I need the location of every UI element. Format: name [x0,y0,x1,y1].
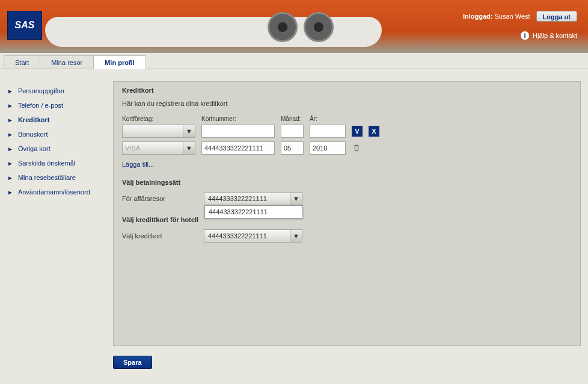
col-month: Månad: [281,116,304,122]
save-button[interactable]: Spara [113,356,152,369]
sidebar-item-bonuskort[interactable]: ►Bonuskort [5,127,101,141]
payment-method-title: Välj betalningssätt [122,179,572,186]
card-row-existing: VISA ▼ [122,141,572,155]
dropdown-option[interactable]: 4444333322221111 [205,206,302,218]
sidebar-item-label: Övriga kort [18,145,51,152]
sidebar-item-onskemal[interactable]: ►Särskilda önskemål [5,156,101,170]
sidebar-item-ovriga-kort[interactable]: ►Övriga kort [5,141,101,156]
sidebar-item-label: Särskilda önskemål [18,159,75,167]
card-column-headers: Kortföretag: Kortnummer: Månad: År: [122,116,572,122]
card-company-select[interactable]: ▼ [122,125,195,138]
card-year-readonly [310,141,346,155]
login-user: Susan West [494,13,530,20]
panel-kreditkort: Kreditkort Här kan du registrera dina kr… [113,81,581,346]
col-year: År: [310,116,346,122]
arrow-icon: ► [7,160,13,167]
profile-sidebar: ►Personuppgifter ►Telefon / e-post ►Kred… [5,81,101,369]
chevron-down-icon: ▼ [183,125,195,137]
hotel-card-title: Välj kredittkort för hotell [122,216,572,223]
arrow-icon: ► [7,131,13,138]
add-card-link[interactable]: Lägga till... [122,161,154,168]
card-year-input[interactable] [310,125,346,138]
panel-hint: Här kan du registrera dina kreditkort [122,100,572,107]
card-number-input[interactable] [201,125,275,138]
business-trip-label: För affärsresor [122,195,204,202]
help-link[interactable]: i Hjälp & kontakt [521,31,577,40]
hotel-card-select[interactable]: 4444333322221111 ▼ [204,229,302,243]
info-icon: i [521,31,529,40]
sidebar-item-label: Personuppgifter [18,87,65,94]
arrow-icon: ► [7,117,13,123]
arrow-icon: ► [7,88,13,94]
brand-logo: SAS [7,11,42,40]
sidebar-item-label: Mina resebeställare [18,174,76,181]
chevron-down-icon: ▼ [290,193,302,205]
header-banner: SAS Inloggad: Susan West Logga ut i Hjäl… [0,0,588,53]
business-card-value: 4444333322221111 [208,195,267,202]
sidebar-item-label: Användarnamn/lösenord [18,188,90,196]
tab-start[interactable]: Start [4,55,40,69]
hotel-card-label: Välj kreditkort [122,232,204,240]
sidebar-item-personuppgifter[interactable]: ►Personuppgifter [5,84,101,98]
sidebar-item-label: Bonuskort [18,131,48,138]
banner-illustration [45,0,588,53]
confirm-card-icon[interactable]: V [352,126,363,137]
sidebar-item-kreditkort[interactable]: ►Kreditkort [5,113,101,127]
arrow-icon: ► [7,175,13,181]
card-month-input[interactable] [281,125,304,138]
sidebar-item-telefon[interactable]: ►Telefon / e-post [5,98,101,113]
sidebar-item-resebestallare[interactable]: ►Mina resebeställare [5,170,101,185]
card-number-readonly [201,141,275,155]
chevron-down-icon: ▼ [290,230,302,242]
card-month-readonly [281,141,304,155]
business-card-dropdown: 4444333322221111 [204,205,303,218]
arrow-icon: ► [7,146,13,152]
hotel-card-value: 4444333322221111 [208,232,267,240]
tab-bar: Start Mina resor Min profil [0,53,588,69]
chevron-down-icon: ▼ [183,142,195,154]
cancel-card-icon[interactable]: X [369,126,379,137]
sidebar-item-anvandarnamn[interactable]: ►Användarnamn/lösenord [5,185,101,199]
login-prefix: Inloggad: [463,13,493,20]
card-row-new: ▼ V X [122,125,572,138]
sidebar-item-label: Telefon / e-post [18,102,63,109]
sidebar-item-label: Kreditkort [18,116,50,123]
panel-title: Kreditkort [122,87,572,94]
tab-min-profil[interactable]: Min profil [93,55,146,69]
business-card-select[interactable]: 4444333322221111 ▼ 4444333322221111 [204,192,302,205]
help-label: Hjälp & kontakt [533,32,577,39]
card-company-value: VISA [125,144,140,152]
tab-mina-resor[interactable]: Mina resor [40,55,94,69]
arrow-icon: ► [7,102,13,109]
col-company: Kortföretag: [122,116,195,122]
delete-card-icon[interactable] [352,143,361,153]
logout-button[interactable]: Logga ut [536,11,577,22]
login-status: Inloggad: Susan West Logga ut [463,11,577,22]
col-number: Kortnummer: [201,116,275,122]
card-company-readonly: VISA ▼ [122,141,195,155]
arrow-icon: ► [7,189,13,196]
